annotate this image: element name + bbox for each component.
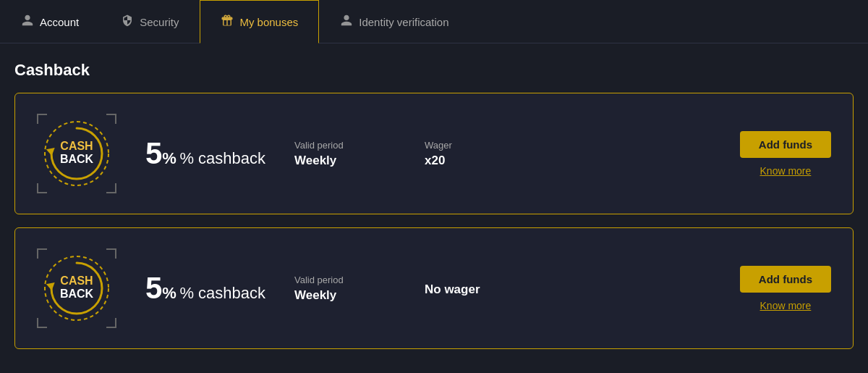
add-funds-button-1[interactable]: Add funds <box>740 131 831 158</box>
person-icon <box>21 14 34 30</box>
wager-value-2: No wager <box>425 282 526 297</box>
valid-period-block-1: Valid period Weekly <box>294 140 396 168</box>
wager-value-1: x20 <box>425 154 526 168</box>
wager-label-1: Wager <box>425 140 526 151</box>
cashback-amount-2: 5% % cashback <box>145 271 265 306</box>
valid-period-value-2: Weekly <box>294 288 396 303</box>
tab-account[interactable]: Account <box>0 0 100 43</box>
section-title: Cashback <box>14 61 854 80</box>
tab-security-label: Security <box>140 16 179 28</box>
bonus-card-1: CASH BACK 5% % cashback Valid period Wee… <box>14 93 854 214</box>
svg-text:CASH: CASH <box>60 274 93 287</box>
tab-identity-verification-label: Identity verification <box>359 16 448 28</box>
cashback-label-1: % cashback <box>179 149 265 167</box>
svg-text:BACK: BACK <box>60 153 94 165</box>
bonus-card-2: CASH BACK 5% % cashback Valid period Wee… <box>14 227 854 349</box>
tab-security[interactable]: Security <box>100 0 200 43</box>
percent-value-2: 5 <box>145 271 162 305</box>
person-check-icon <box>340 14 353 30</box>
gift-icon <box>221 14 234 30</box>
card-actions-2: Add funds Know more <box>740 266 831 311</box>
valid-period-block-2: Valid period Weekly <box>294 274 396 303</box>
card-actions-1: Add funds Know more <box>740 131 831 177</box>
know-more-button-2[interactable]: Know more <box>760 300 812 311</box>
tab-my-bonuses[interactable]: My bonuses <box>200 0 319 43</box>
cashback-label-2: % cashback <box>179 284 265 302</box>
wager-block-1: Wager x20 <box>425 140 526 168</box>
valid-period-label-2: Valid period <box>294 274 396 285</box>
main-content: Cashback CASH BACK 5% % cashback <box>0 43 868 373</box>
cashback-logo-2: CASH BACK <box>37 248 116 328</box>
tab-identity-verification[interactable]: Identity verification <box>319 0 469 43</box>
tab-my-bonuses-label: My bonuses <box>239 16 298 28</box>
cashback-amount-1: 5% % cashback <box>145 136 265 171</box>
add-funds-button-2[interactable]: Add funds <box>740 266 831 293</box>
svg-text:CASH: CASH <box>60 140 93 152</box>
cashback-logo-1: CASH BACK <box>37 114 116 193</box>
tab-account-label: Account <box>40 16 79 28</box>
shield-icon <box>121 14 134 30</box>
valid-period-value-1: Weekly <box>294 154 396 168</box>
wager-block-2: No wager <box>425 280 526 297</box>
svg-text:BACK: BACK <box>60 288 94 300</box>
valid-period-label-1: Valid period <box>294 140 396 151</box>
know-more-button-1[interactable]: Know more <box>760 165 812 177</box>
tab-bar: Account Security My bonuses Identity ver… <box>0 0 868 43</box>
percent-value-1: 5 <box>145 136 162 170</box>
